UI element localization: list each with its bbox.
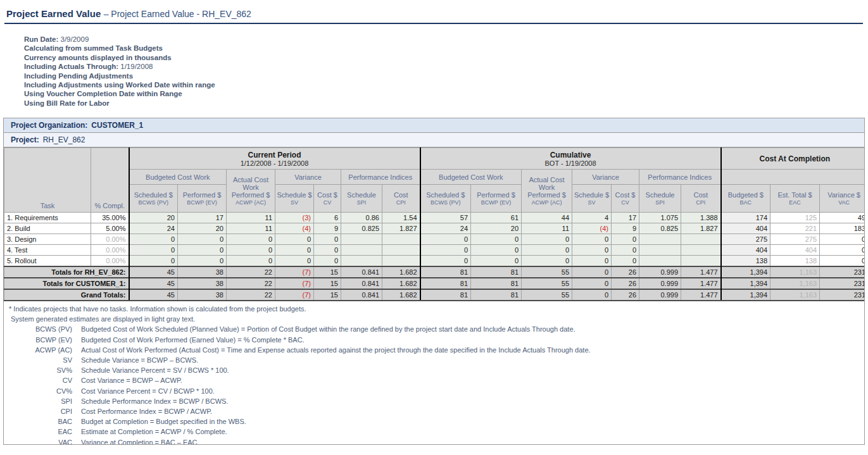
task-name-cell: 4. Test (4, 245, 91, 256)
totals-value-cell: 15 (314, 266, 341, 278)
organization-band: Project Organization:CUSTOMER_1 (4, 118, 864, 133)
group-header-cost-at-completion: Cost At Completion (721, 148, 865, 170)
totals-value-cell: (7) (275, 289, 314, 301)
totals-value-cell: 1.477 (681, 289, 721, 301)
value-cell: 0 (275, 245, 314, 256)
footnote-term: SV (9, 355, 72, 365)
organization-label: Project Organization: (11, 121, 87, 130)
totals-value-cell: 1.682 (382, 266, 420, 278)
value-cell: 0 (420, 245, 471, 256)
header-spacer-cost-at-completion (721, 170, 865, 185)
subgroup-budgeted-cost-work-cumulative: Budgeted Cost Work (420, 170, 522, 185)
value-cell: 0 (471, 256, 522, 267)
value-cell: 0 (612, 234, 639, 245)
value-cell: 0 (227, 234, 275, 245)
value-cell: 0 (275, 234, 314, 245)
value-cell: 24 (129, 223, 178, 234)
task-rows: 1. Requirements35.00%201711(3)60.861.545… (4, 213, 865, 267)
totals-value-cell: 231 (820, 278, 865, 289)
footnote-term: VAC (9, 437, 72, 445)
value-cell: (4) (275, 223, 314, 234)
title-divider (4, 23, 863, 24)
col-header-cv-current: Cost $CV (314, 185, 341, 213)
table-row: 4. Test0.00%00000000004044040 (4, 245, 865, 256)
bac-cell: 404 (721, 223, 771, 234)
totals-value-cell: 1.682 (382, 289, 420, 301)
value-cell: 17 (612, 213, 639, 223)
project-label: Project: (11, 135, 39, 144)
footnote-term: BCWP (EV) (9, 335, 72, 345)
organization-value: CUSTOMER_1 (91, 121, 143, 130)
eac-cell: 138 (771, 256, 820, 267)
totals-value-cell: 81 (471, 278, 522, 289)
totals-label-cell: Totals for CUSTOMER_1: (4, 278, 129, 289)
value-cell: 6 (314, 213, 341, 223)
footnote-gray-estimates: System generated estimates are displayed… (9, 314, 859, 324)
footnote-definition: Budgeted Cost of Work Performed (Earned … (81, 335, 859, 345)
footnote-definition: Cost Performance Index = BCWP / ACWP. (81, 406, 859, 416)
footnote-term: CV (9, 375, 72, 385)
footnote-definition: Schedule Performance Index = BCWP / BCWS… (81, 396, 859, 406)
value-cell (681, 256, 721, 267)
value-cell: 0 (178, 245, 227, 256)
totals-value-cell: 22 (227, 289, 275, 301)
col-header-bcws-cumulative: Scheduled $BCWS (PV) (420, 185, 471, 213)
totals-value-cell: 0.841 (341, 266, 382, 278)
header-group-row: Task % Compl. Current Period 1/12/2008 -… (4, 148, 865, 170)
col-header-percent-complete: % Compl. (91, 148, 129, 213)
value-cell: 0 (612, 256, 639, 267)
totals-value-cell: 1,394 (721, 289, 771, 301)
totals-value-cell: 38 (178, 289, 227, 301)
bac-cell: 275 (721, 234, 771, 245)
footnote-term: SPI (9, 396, 72, 406)
vac-cell: 0 (820, 234, 865, 245)
totals-value-cell: 0 (572, 266, 612, 278)
value-cell: (4) (572, 223, 612, 234)
col-header-cpi-cumulative: CostCPI (681, 185, 721, 213)
col-header-vac: Variance $VAC (820, 185, 865, 213)
subgroup-budgeted-cost-work-current: Budgeted Cost Work (129, 170, 227, 185)
value-cell: 0 (129, 234, 178, 245)
value-cell: 0 (275, 256, 314, 267)
totals-value-cell: 15 (314, 278, 341, 289)
value-cell: 0 (522, 234, 572, 245)
percent-complete-cell: 0.00% (91, 245, 129, 256)
totals-value-cell: 26 (612, 289, 639, 301)
eac-cell: 125 (771, 213, 820, 223)
value-cell: 20 (471, 223, 522, 234)
value-cell: 9 (314, 223, 341, 234)
header-subgroup-row: Budgeted Cost Work Actual Cost Work Perf… (4, 170, 865, 185)
totals-value-cell: 81 (471, 266, 522, 278)
footnote-no-tasks: * Indicates projects that have no tasks.… (9, 304, 859, 314)
footnote-term: SV% (9, 365, 72, 375)
totals-value-cell: 1.477 (681, 278, 721, 289)
value-cell: 0 (129, 245, 178, 256)
value-cell: 20 (178, 223, 227, 234)
vac-cell: 49 (820, 213, 865, 223)
value-cell: 44 (522, 213, 572, 223)
value-cell: 0 (522, 245, 572, 256)
totals-label-cell: Grand Totals: (4, 289, 129, 301)
task-name-cell: 5. Rollout (4, 256, 91, 267)
footnote-term: BCWS (PV) (9, 324, 72, 334)
totals-row: Grand Totals:453822(7)150.8411.682818155… (4, 289, 865, 301)
footnote-definition: Budgeted Cost of Work Scheduled (Planned… (81, 324, 859, 334)
col-header-bcwp-current: Performed $BCWP (EV) (178, 185, 227, 213)
report-parameter-line: Including Adjustments using Worked Date … (24, 80, 868, 89)
percent-complete-cell: 35.00% (91, 213, 129, 223)
report-parameter-line: Using Bill Rate for Labor (24, 99, 868, 108)
totals-value-cell: 1,394 (721, 278, 771, 289)
report-page: Project Earned Value – Project Earned Va… (0, 0, 868, 455)
footnote-definition: Cost Variance = BCWP – ACWP. (81, 375, 859, 385)
totals-value-cell: 0.999 (639, 266, 681, 278)
earned-value-table: Task % Compl. Current Period 1/12/2008 -… (4, 147, 865, 301)
footnote-definition: Variance at Completion = BAC – EAC. (81, 437, 859, 445)
value-cell: 4 (572, 213, 612, 223)
totals-value-cell: (7) (275, 278, 314, 289)
totals-value-cell: 1,163 (771, 266, 820, 278)
totals-value-cell: 55 (522, 289, 572, 301)
percent-complete-cell: 0.00% (91, 256, 129, 267)
col-header-sv-cumulative: Schedule $SV (572, 185, 612, 213)
report-parameter-line: Currency amounts displayed in thousands (24, 53, 868, 62)
subgroup-performance-indices-current: Performance Indices (341, 170, 420, 185)
